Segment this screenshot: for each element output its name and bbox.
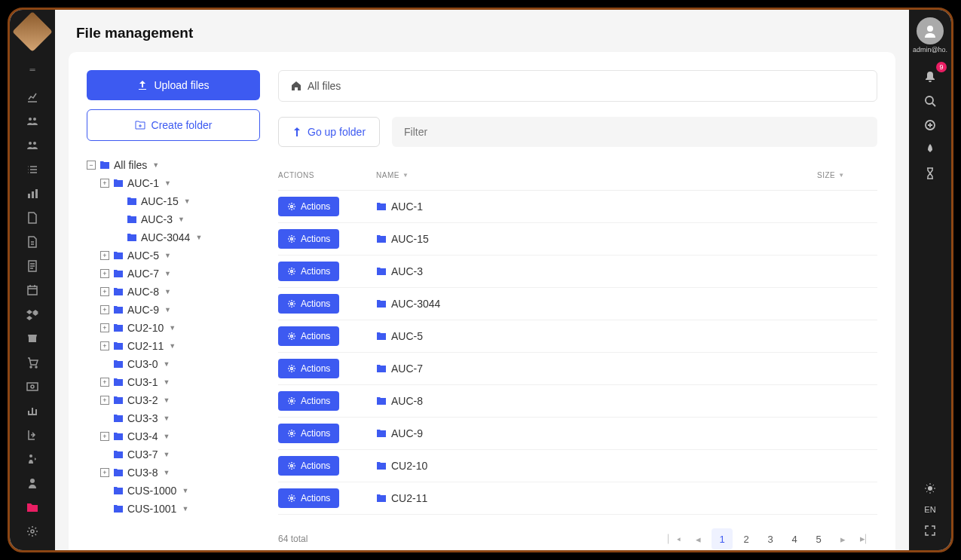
chevron-down-icon[interactable]: ▼ [182, 505, 188, 513]
row-name[interactable]: AUC-5 [376, 330, 817, 342]
chevron-down-icon[interactable]: ▼ [178, 216, 185, 223]
go-up-button[interactable]: Go up folder [278, 117, 380, 147]
row-name[interactable]: AUC-3 [376, 265, 817, 277]
page-button[interactable]: 1 [712, 528, 733, 549]
row-name[interactable]: AUC-7 [376, 363, 817, 375]
expand-icon[interactable]: + [100, 432, 109, 441]
nav-file2-icon[interactable] [19, 230, 46, 254]
chevron-down-icon[interactable]: ▼ [163, 378, 170, 386]
expand-icon[interactable]: + [100, 378, 109, 387]
nav-cart-icon[interactable] [19, 350, 46, 375]
breadcrumb[interactable]: All files [278, 70, 877, 102]
nav-user-icon[interactable] [19, 471, 46, 495]
add-button[interactable] [917, 113, 944, 137]
nav-doc-icon[interactable] [19, 254, 46, 278]
actions-button[interactable]: Actions [278, 391, 339, 411]
actions-button[interactable]: Actions [278, 262, 339, 281]
expand-icon[interactable]: + [100, 396, 109, 405]
chevron-down-icon[interactable]: ▼ [164, 306, 171, 314]
tree-node[interactable]: AUC-3▼ [114, 210, 260, 228]
app-logo[interactable] [12, 11, 53, 52]
nav-money-icon[interactable] [19, 375, 46, 399]
tree-node[interactable]: AUC-15▼ [114, 192, 260, 210]
nav-folder-icon[interactable] [19, 495, 46, 519]
tree-node[interactable]: +CU3-4▼ [100, 427, 260, 445]
actions-button[interactable]: Actions [278, 326, 339, 346]
tree-node[interactable]: + AUC-1 ▼ [100, 174, 260, 192]
nav-person-icon[interactable] [19, 447, 46, 471]
actions-button[interactable]: Actions [278, 197, 339, 216]
notifications-button[interactable]: 9 [917, 65, 944, 89]
actions-button[interactable]: Actions [278, 359, 339, 378]
nav-gear-icon[interactable] [19, 519, 46, 543]
tree-node[interactable]: +CU3-2▼ [100, 391, 260, 409]
expand-icon[interactable]: + [100, 305, 109, 314]
theme-button[interactable] [917, 476, 944, 500]
chevron-down-icon[interactable]: ▼ [152, 161, 159, 169]
tree-node[interactable]: CU3-0▼ [100, 355, 260, 373]
create-folder-button[interactable]: Create folder [87, 109, 260, 141]
nav-file-icon[interactable] [19, 206, 46, 230]
last-page-button[interactable]: ▸⎸ [856, 528, 877, 549]
chevron-down-icon[interactable]: ▼ [169, 324, 176, 332]
filter-input[interactable] [392, 117, 877, 147]
row-name[interactable]: AUC-3044 [376, 298, 817, 310]
chevron-down-icon[interactable]: ▼ [184, 197, 191, 205]
tree-node[interactable]: AUC-3044▼ [114, 228, 260, 246]
language-button[interactable]: EN [924, 505, 935, 514]
col-size-header[interactable]: SIZE▼ [817, 171, 877, 179]
expand-icon[interactable]: + [100, 287, 109, 296]
tree-node[interactable]: CU3-3▼ [100, 409, 260, 427]
nav-calendar-icon[interactable] [19, 278, 46, 302]
search-button[interactable] [917, 89, 944, 113]
expand-icon[interactable]: + [100, 179, 109, 188]
page-button[interactable]: 4 [784, 528, 805, 549]
chevron-down-icon[interactable]: ▼ [163, 433, 170, 440]
tree-node[interactable]: +AUC-5▼ [100, 246, 260, 265]
prev-page-button[interactable]: ◂ [687, 528, 709, 549]
tree-node-root[interactable]: − All files ▼ [87, 156, 260, 174]
chevron-down-icon[interactable]: ▼ [163, 415, 170, 422]
expand-icon[interactable]: + [100, 251, 109, 260]
expand-icon[interactable]: + [100, 269, 109, 278]
chevron-down-icon[interactable]: ▼ [163, 469, 170, 476]
nav-bars-icon[interactable] [19, 399, 46, 423]
nav-store-icon[interactable] [19, 326, 46, 350]
col-name-header[interactable]: NAME▼ [376, 171, 817, 179]
chevron-down-icon[interactable]: ▼ [164, 270, 171, 277]
tree-node[interactable]: +AUC-8▼ [100, 283, 260, 301]
first-page-button[interactable]: ⎸◂ [663, 528, 684, 549]
tree-node[interactable]: +CU3-1▼ [100, 373, 260, 391]
expand-icon[interactable]: + [100, 341, 109, 350]
chevron-down-icon[interactable]: ▼ [164, 288, 171, 295]
expand-icon[interactable]: + [100, 323, 109, 332]
row-name[interactable]: CU2-10 [376, 460, 817, 472]
tree-node[interactable]: CUS-1000▼ [100, 482, 260, 500]
chevron-down-icon[interactable]: ▼ [163, 451, 170, 458]
nav-users2-icon[interactable] [19, 133, 46, 158]
chevron-down-icon[interactable]: ▼ [169, 342, 176, 350]
next-page-button[interactable]: ▸ [832, 528, 853, 549]
actions-button[interactable]: Actions [278, 456, 339, 476]
row-name[interactable]: AUC-1 [376, 200, 817, 213]
tree-node[interactable]: +CU2-10▼ [100, 319, 260, 337]
page-button[interactable]: 5 [808, 528, 829, 549]
chevron-down-icon[interactable]: ▼ [164, 179, 171, 187]
chevron-down-icon[interactable]: ▼ [163, 396, 170, 404]
avatar[interactable] [917, 17, 944, 44]
tree-node[interactable]: +CU3-8▼ [100, 464, 260, 482]
row-name[interactable]: AUC-9 [376, 427, 817, 439]
expand-button[interactable] [917, 519, 944, 543]
row-name[interactable]: AUC-8 [376, 395, 817, 407]
nav-users-icon[interactable] [19, 109, 46, 133]
collapse-icon[interactable]: − [87, 161, 96, 170]
nav-export-icon[interactable] [19, 423, 46, 447]
hourglass-button[interactable] [917, 161, 944, 185]
nav-list-icon[interactable] [19, 158, 46, 182]
tree-node[interactable]: CU3-7▼ [100, 445, 260, 464]
actions-button[interactable]: Actions [278, 488, 339, 508]
chevron-down-icon[interactable]: ▼ [163, 360, 170, 368]
rocket-button[interactable] [917, 137, 944, 161]
row-name[interactable]: AUC-15 [376, 233, 817, 245]
nav-bar-icon[interactable] [19, 182, 46, 206]
